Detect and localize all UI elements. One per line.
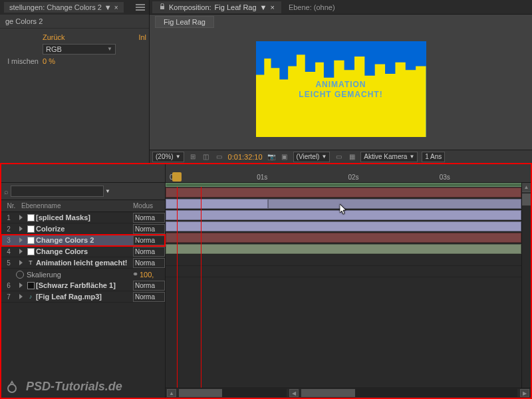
scroll-right-icon[interactable]: ▶ [520, 389, 529, 397]
timecode-display[interactable]: 0:01:32:10 [228, 153, 263, 161]
layer-type-icon [25, 237, 36, 244]
snapshot-icon[interactable]: 📷 [267, 152, 276, 162]
link-icon[interactable]: ⚭ [132, 270, 138, 279]
scale-value[interactable]: 100, [140, 271, 165, 279]
layer-bar[interactable] [166, 233, 521, 243]
twirl-icon[interactable] [16, 249, 25, 254]
twirl-icon[interactable] [16, 237, 25, 243]
zoom-out-icon[interactable]: ▲ [167, 389, 176, 397]
grid-icon[interactable]: ⊞ [188, 152, 198, 162]
twirl-icon[interactable] [16, 215, 25, 220]
vertical-scrollbar[interactable]: ▲ [521, 183, 531, 388]
horizontal-scrollbar[interactable]: ▲ ◀ ▶ [166, 388, 531, 398]
guides-icon[interactable]: ◫ [201, 152, 211, 162]
back-link[interactable]: Zurück [43, 33, 65, 41]
chevron-down-icon: ▼ [260, 3, 267, 11]
zoom-dropdown[interactable]: (20%)▼ [152, 152, 184, 162]
stopwatch-icon[interactable] [16, 271, 24, 279]
layer-bar[interactable] [166, 221, 521, 231]
lock-icon [159, 3, 166, 11]
blend-mode-dropdown[interactable]: Norma [133, 213, 165, 223]
effect-panel-tab[interactable]: stellungen: Change Colors 2 ▼ × [4, 2, 124, 13]
track-area[interactable] [166, 187, 531, 388]
timeline-tabs[interactable] [1, 164, 165, 183]
time-ruler[interactable]: 0s 01s 02s 03s [166, 164, 531, 183]
layer-bar[interactable] [268, 199, 521, 209]
layer-name[interactable]: [spliced Masks] [36, 213, 133, 221]
transparency-grid-icon[interactable]: ▦ [347, 152, 356, 162]
blend-mode-dropdown[interactable]: Norma [133, 247, 165, 257]
mix-value[interactable]: 0 % [43, 57, 55, 65]
layer-name[interactable]: Change Colors [36, 247, 133, 255]
twirl-icon[interactable] [16, 260, 25, 265]
blend-mode-dropdown[interactable]: Norma [133, 281, 165, 291]
layer-type-icon [25, 282, 36, 289]
mix-label: l mischen [3, 57, 43, 65]
layer-type-icon: ♪ [25, 293, 36, 300]
effect-controls-panel: stellungen: Change Colors 2 ▼ × ge Color… [0, 0, 150, 163]
layer-row[interactable]: 5 T Animation leicht gemacht! Norma [1, 257, 165, 269]
layer-bar[interactable] [166, 188, 521, 198]
resolution-dropdown[interactable]: (Viertel)▼ [293, 152, 331, 162]
layer-row[interactable]: 7 ♪ [Fig Leaf Rag.mp3] Norma [1, 291, 165, 303]
layer-row[interactable]: 1 [spliced Masks] Norma [1, 212, 165, 223]
layer-name[interactable]: [Fig Leaf Rag.mp3] [36, 293, 133, 301]
views-dropdown[interactable]: 1 Ans [422, 152, 445, 162]
twirl-icon[interactable] [16, 283, 25, 288]
watermark: PSD-Tutorials.de [4, 379, 122, 395]
layer-tab[interactable]: Ebene: (ohne) [282, 1, 342, 13]
search-input[interactable] [11, 186, 104, 197]
twirl-icon[interactable] [16, 294, 25, 299]
chevron-down-icon: ▼ [107, 46, 112, 52]
scroll-up-icon: ▲ [522, 183, 531, 192]
close-icon[interactable]: × [114, 4, 118, 11]
layer-name[interactable]: Colorize [36, 225, 133, 233]
layer-bar[interactable] [166, 210, 521, 220]
layer-row[interactable]: 4 Change Colors Norma [1, 246, 165, 257]
layer-name[interactable]: [Schwarz Farbfläche 1] [36, 281, 133, 289]
preview-frame: ANIMATION LEICHT GEMACHT! [256, 41, 426, 137]
mask-icon[interactable]: ▭ [215, 152, 224, 162]
layer-row[interactable]: 3 Change Colors 2 Norma [1, 235, 165, 246]
viewer-footer: (20%)▼ ⊞ ◫ ▭ 0:01:32:10 📷 ▣ (Viertel)▼ ▭… [150, 150, 532, 163]
panel-menu-icon[interactable] [136, 4, 145, 11]
layer-columns-header: Nr. Ebenenname Modus [1, 200, 165, 212]
svg-point-1 [8, 384, 16, 392]
layer-bar[interactable] [166, 199, 268, 209]
composition-viewport[interactable]: ANIMATION LEICHT GEMACHT! [150, 29, 532, 150]
roi-icon[interactable]: ▭ [334, 152, 343, 162]
layer-type-icon [25, 225, 36, 233]
camera-dropdown[interactable]: Aktive Kamera▼ [360, 152, 418, 162]
channel-icon[interactable]: ▣ [280, 152, 289, 162]
layer-bar[interactable] [166, 244, 521, 254]
layer-type-icon [25, 214, 36, 221]
blend-mode-dropdown[interactable]: Norma [133, 258, 165, 268]
timeline-panel: ⌕ ▼ Nr. Ebenenname Modus 1 [spliced Mask… [0, 163, 532, 399]
search-icon: ⌕ [4, 188, 9, 196]
composition-tab[interactable]: Komposition: Fig Leaf Rag ▼ × [152, 1, 281, 13]
colorspace-dropdown[interactable]: RGB▼ [43, 44, 116, 55]
twirl-icon[interactable] [16, 226, 25, 231]
chevron-down-icon: ▼ [104, 3, 112, 11]
layer-type-icon: T [25, 259, 36, 266]
comp-subtab[interactable]: Fig Leaf Rag [155, 16, 214, 28]
property-row[interactable]: Skalierung ⚭ 100, [1, 269, 165, 280]
blend-mode-dropdown[interactable]: Norma [133, 235, 165, 245]
layer-name[interactable]: Animation leicht gemacht! [36, 259, 133, 267]
playhead[interactable] [172, 172, 182, 182]
svg-rect-0 [160, 6, 164, 9]
inline-link[interactable]: Inl [138, 33, 146, 41]
blend-mode-dropdown[interactable]: Norma [133, 224, 165, 234]
effect-name-label: ge Colors 2 [0, 15, 149, 29]
close-icon[interactable]: × [270, 3, 274, 11]
chevron-down-icon[interactable]: ▼ [105, 188, 110, 194]
blend-mode-dropdown[interactable]: Norma [133, 292, 165, 302]
layer-name[interactable]: Change Colors 2 [36, 236, 133, 244]
layer-type-icon [25, 248, 36, 255]
layer-row[interactable]: 6 [Schwarz Farbfläche 1] Norma [1, 280, 165, 291]
scroll-left-icon[interactable]: ◀ [289, 389, 299, 397]
composition-panel: Komposition: Fig Leaf Rag ▼ × Ebene: (oh… [150, 0, 532, 163]
layer-row[interactable]: 2 Colorize Norma [1, 223, 165, 235]
